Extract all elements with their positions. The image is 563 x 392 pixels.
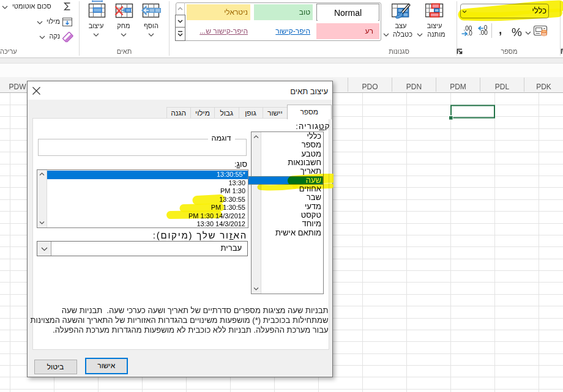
svg-text:.0: .0	[468, 30, 473, 37]
